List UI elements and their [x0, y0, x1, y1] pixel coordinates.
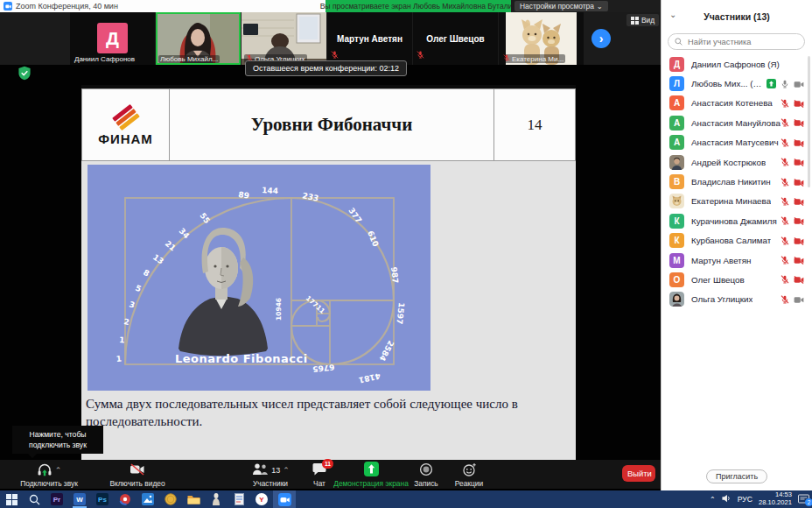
participant-initial-avatar: К: [669, 214, 684, 229]
next-participants-button[interactable]: ›: [592, 29, 611, 48]
participant-row[interactable]: ААнастасия Котенева: [662, 94, 812, 113]
tray-expand-icon[interactable]: ⌃: [710, 496, 716, 504]
mic-muted-icon[interactable]: [780, 115, 789, 131]
view-mode-button[interactable]: Вид: [626, 14, 659, 26]
video-tile[interactable]: Любовь Михайл...: [156, 12, 241, 65]
reactions-button[interactable]: Реакции: [448, 462, 490, 488]
titlebar-dark-strip: Настройки просмотра ⌄: [511, 0, 661, 12]
mic-muted-icon[interactable]: [780, 194, 789, 209]
participant-row[interactable]: ААнастасия Мануйлова: [662, 113, 812, 132]
zoom-app-icon: [4, 2, 12, 11]
taskbar-doc-app-icon[interactable]: [228, 490, 250, 508]
view-settings-button[interactable]: Настройки просмотра ⌄: [514, 1, 608, 11]
participant-row[interactable]: ВВладислав Никитин: [662, 172, 812, 191]
security-shield-icon[interactable]: [18, 66, 32, 84]
participant-name: Мартун Аветян: [691, 256, 752, 265]
taskbar-photoshop-icon[interactable]: Ps: [91, 490, 114, 508]
notification-center-icon[interactable]: 2: [798, 494, 809, 504]
mic-muted-icon[interactable]: [780, 233, 789, 249]
taskbar-search-icon[interactable]: [23, 490, 46, 508]
video-tile[interactable]: Ольга Углицких: [242, 12, 326, 65]
chevron-up-icon[interactable]: ⌃: [55, 466, 62, 475]
language-indicator[interactable]: РУС: [738, 495, 752, 504]
participant-row[interactable]: Ольга Углицких: [662, 290, 812, 309]
participant-row[interactable]: ООлег Швецов: [662, 270, 812, 289]
mic-muted-icon[interactable]: [780, 135, 789, 151]
svg-text:1: 1: [116, 354, 122, 363]
toolbar-button-label: Реакции: [455, 479, 483, 488]
camera-off-icon[interactable]: [794, 174, 804, 190]
taskbar-media-app-icon[interactable]: [114, 490, 136, 508]
taskbar-start-button-icon[interactable]: [0, 490, 23, 508]
camera-off-icon[interactable]: [794, 213, 804, 229]
participant-row[interactable]: ККурбанова Салимат: [662, 231, 812, 250]
participant-row[interactable]: ККурачинова Джамиля: [662, 211, 812, 230]
mic-muted-icon[interactable]: [780, 95, 789, 111]
video-tile[interactable]: Мартун Аветян: [327, 12, 412, 65]
volume-icon[interactable]: [722, 494, 732, 504]
leave-meeting-button[interactable]: Выйти: [622, 465, 655, 482]
participant-initial-avatar: Д: [97, 23, 128, 53]
taskbar-file-explorer-icon[interactable]: [182, 490, 205, 508]
camera-off-icon[interactable]: [794, 135, 804, 151]
share-screen-button[interactable]: Демонстрация экрана: [325, 462, 417, 488]
participant-initial-avatar: М: [669, 253, 684, 268]
mic-muted-icon[interactable]: [780, 174, 789, 190]
video-tile[interactable]: Екатерина Ми...: [499, 12, 584, 65]
camera-off-icon[interactable]: [794, 95, 804, 111]
join-audio-tooltip-line2: подключить звук: [29, 441, 87, 449]
remaining-time-tooltip: Оставшееся время конференции: 02:12: [245, 60, 407, 76]
taskbar-figure-app-icon[interactable]: [205, 490, 228, 508]
camera-off-icon[interactable]: [794, 272, 804, 287]
participant-row[interactable]: Андрей Кострюков: [662, 152, 812, 172]
camera-on-icon[interactable]: [794, 292, 804, 307]
camera-off-icon[interactable]: [794, 154, 804, 170]
video-tile-label: Даниил Сафронов: [73, 55, 136, 63]
mic-muted-icon[interactable]: [780, 292, 789, 307]
mic-muted-icon[interactable]: [780, 154, 789, 170]
camera-off-icon[interactable]: [794, 115, 804, 131]
taskbar-word-icon[interactable]: W: [68, 490, 91, 508]
clock[interactable]: 14:53 28.10.2021: [759, 491, 792, 506]
participant-row[interactable]: ММартун Аветян: [662, 250, 812, 270]
chevron-up-icon[interactable]: ⌃: [283, 466, 290, 475]
taskbar-coin-app-icon[interactable]: [159, 490, 182, 508]
participants-panel: ⌄ Участники (13) ДДаниил Сафронов (Я)ЛЛю…: [661, 0, 812, 490]
record-button[interactable]: Запись: [407, 462, 445, 488]
participant-row[interactable]: ЛЛюбовь Мих... (Организатор): [662, 74, 812, 93]
mic-muted-icon[interactable]: [780, 252, 789, 268]
taskbar-yandex-browser-icon[interactable]: Y: [250, 490, 273, 508]
participant-search[interactable]: [668, 33, 805, 50]
record-icon: [419, 462, 433, 478]
mic-on-icon[interactable]: [780, 76, 789, 92]
camera-off-icon[interactable]: [794, 252, 804, 268]
participant-initial-avatar: А: [669, 95, 684, 110]
participant-row[interactable]: ААнастасия Матусевич: [662, 133, 812, 152]
participant-photo-avatar: [669, 194, 684, 208]
taskbar-zoom-icon[interactable]: [273, 490, 296, 508]
fibonacci-spiral-image: Leonardo Fibonacci 112358132134558914423…: [88, 165, 430, 391]
participants-scrollbar[interactable]: [808, 56, 810, 187]
mic-muted-icon[interactable]: [780, 272, 789, 287]
video-tile[interactable]: Олег Швецов: [413, 12, 498, 65]
camera-on-icon[interactable]: [794, 76, 804, 92]
svg-text:10946: 10946: [275, 298, 283, 321]
start-video-button[interactable]: Включить видео: [100, 462, 175, 488]
video-tile-label: Екатерина Ми...: [501, 54, 565, 63]
participant-row[interactable]: Екатерина Минаева: [662, 192, 812, 211]
share-screen-icon: [364, 462, 379, 478]
taskbar-premiere-icon[interactable]: Pr: [46, 490, 68, 508]
invite-button[interactable]: Пригласить: [706, 469, 767, 483]
muted-mic-icon: [503, 54, 510, 63]
participant-row[interactable]: ДДаниил Сафронов (Я): [662, 54, 812, 74]
mic-muted-icon[interactable]: [780, 213, 789, 229]
join-audio-button[interactable]: ⌃Подключить звук: [7, 462, 91, 488]
video-tile[interactable]: ДДаниил Сафронов: [70, 12, 155, 65]
search-input[interactable]: [686, 37, 798, 47]
meeting-toolbar: ⌃Подключить звукВключить видео13⌃Участни…: [0, 460, 661, 489]
camera-off-icon[interactable]: [794, 194, 804, 209]
view-button-label: Вид: [641, 16, 654, 25]
camera-off-icon[interactable]: [794, 233, 804, 249]
participants-button[interactable]: 13⌃Участники: [245, 462, 296, 488]
taskbar-photos-icon[interactable]: [136, 490, 159, 508]
